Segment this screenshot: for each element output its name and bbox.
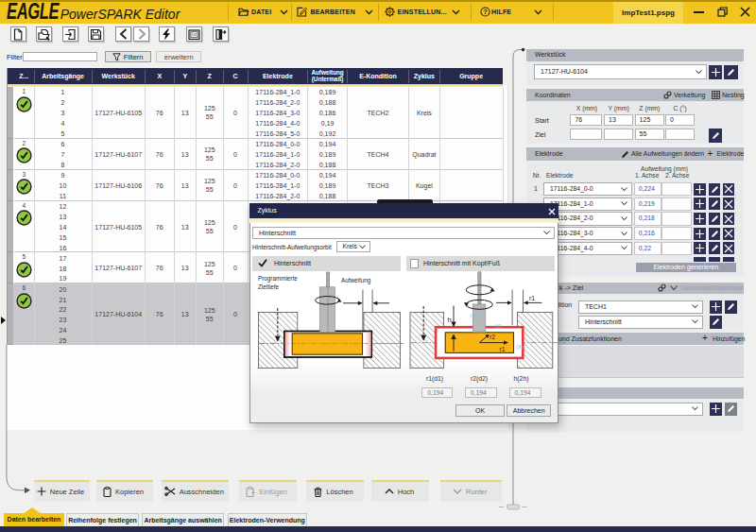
svg-text:h: h bbox=[447, 316, 451, 324]
svg-text:Aufweitung: Aufweitung bbox=[341, 277, 371, 284]
svg-text:r1: r1 bbox=[499, 346, 505, 352]
svg-text:r2: r2 bbox=[490, 334, 495, 340]
svg-text:r1: r1 bbox=[529, 295, 535, 301]
svg-text:(Y): (Y) bbox=[494, 323, 502, 329]
svg-text:(C): (C) bbox=[470, 313, 477, 318]
svg-text:(X): (X) bbox=[516, 344, 524, 350]
svg-text:Zieltiefe: Zieltiefe bbox=[258, 283, 280, 290]
svg-text:Programmierte: Programmierte bbox=[258, 275, 298, 283]
